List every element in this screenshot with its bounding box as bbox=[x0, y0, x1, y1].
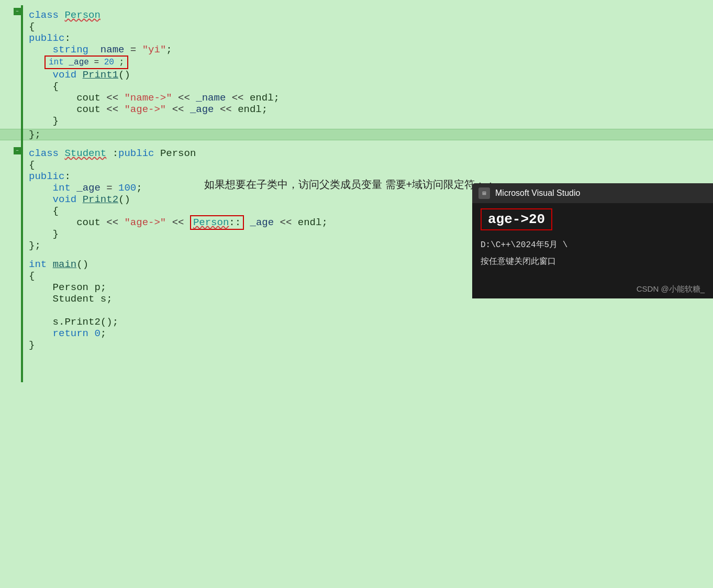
age-var: _age bbox=[69, 58, 88, 67]
terminal-output: age->20 bbox=[481, 208, 552, 230]
semicolon1: ; bbox=[119, 58, 124, 67]
terminal-titlebar: ⊞ Microsoft Visual Studio bbox=[472, 183, 713, 203]
equals-op: = bbox=[94, 58, 104, 67]
age-value: 20 bbox=[104, 58, 114, 67]
collapse-icon-person[interactable]: − bbox=[14, 8, 21, 15]
code-editor: − class Person { public: string name = "… bbox=[0, 0, 713, 588]
terminal-window: ⊞ Microsoft Visual Studio age->20 D:\C++… bbox=[472, 183, 713, 298]
highlighted-age-line: int _age = 20 ; bbox=[44, 56, 713, 69]
person-scope-highlight: Person:: bbox=[190, 215, 244, 230]
terminal-icon-symbol: ⊞ bbox=[482, 190, 486, 197]
terminal-path1: D:\C++\2024年5月 \ bbox=[481, 239, 705, 252]
left-stripe-main bbox=[21, 257, 23, 382]
annotation-bubble: 如果想要在子类中，访问父类成员变量 需要+域访问限定符：： bbox=[204, 176, 496, 193]
terminal-path2: 按任意键关闭此窗口 bbox=[481, 256, 705, 269]
collapse-icon-student[interactable]: − bbox=[14, 147, 21, 154]
terminal-title: Microsoft Visual Studio bbox=[495, 188, 580, 198]
code-line-class-person: class Person { public: string name = "yi… bbox=[29, 9, 713, 56]
terminal-body: age->20 D:\C++\2024年5月 \ 按任意键关闭此窗口 bbox=[472, 203, 713, 274]
age-highlight-box: int _age = 20 ; bbox=[44, 56, 128, 69]
code-print1: void Print1() { cout << "name->" << _nam… bbox=[29, 69, 713, 127]
section-divider-person: }; bbox=[0, 129, 713, 140]
csdn-watermark: CSDN @小能软糖_ bbox=[637, 284, 705, 294]
terminal-app-icon: ⊞ bbox=[478, 187, 490, 199]
annotation-text: 如果想要在子类中，访问父类成员变量 需要+域访问限定符：： bbox=[204, 179, 496, 190]
person-class-section: − class Person { public: string name = "… bbox=[0, 5, 713, 127]
int-keyword: int bbox=[49, 58, 64, 67]
